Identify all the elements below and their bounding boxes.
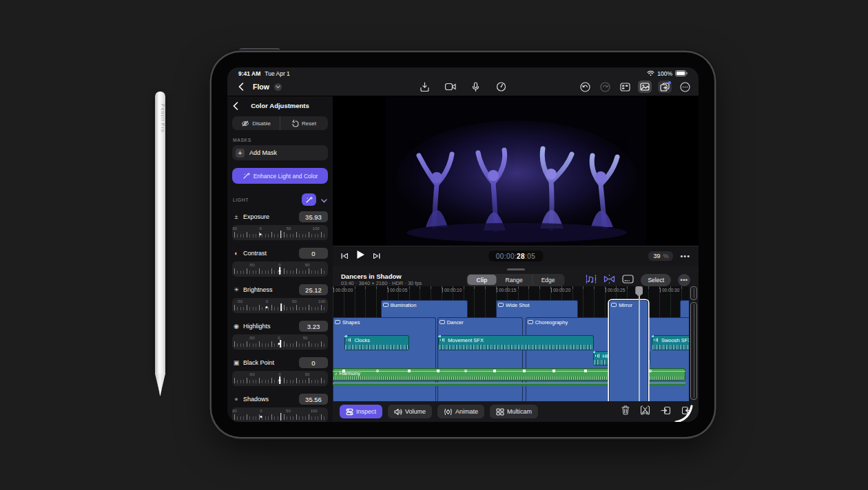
select-button[interactable]: Select <box>641 274 671 286</box>
scrollbar-segment-main[interactable] <box>690 302 697 400</box>
inspector-icon[interactable] <box>658 81 672 93</box>
blade-split-icon[interactable] <box>640 405 650 418</box>
play-button[interactable] <box>356 250 365 262</box>
contrast-scale-label: -50 <box>249 263 255 267</box>
shadows-cursor[interactable] <box>280 413 282 420</box>
camera-icon[interactable] <box>444 81 457 93</box>
shadows-ruler[interactable]: -50050100 <box>232 407 328 422</box>
slider-contrast: ◐Contrast0-50050 <box>232 248 328 277</box>
animate-tool-button[interactable]: Animate <box>437 405 484 418</box>
panel-back-icon[interactable] <box>233 100 238 113</box>
delete-icon[interactable] <box>621 405 630 418</box>
contrast-value[interactable]: 0 <box>299 248 328 259</box>
zoom-unit: % <box>663 253 668 259</box>
exposure-ruler[interactable]: -50050100 <box>232 225 328 240</box>
viewer-more-icon[interactable]: ••• <box>680 252 690 260</box>
undo-icon[interactable] <box>578 81 592 93</box>
mic-icon[interactable] <box>469 81 483 93</box>
timeline-tracks-area[interactable]: 00:00:0000:00:0500:00:1000:00:1500:00:20… <box>333 286 689 401</box>
inspect-tool-button[interactable]: Inspect <box>340 405 382 418</box>
more-icon[interactable] <box>678 81 692 93</box>
highlights-ruler[interactable]: -50050 <box>232 334 328 350</box>
brightness-cursor[interactable] <box>280 303 282 311</box>
playhead-handle[interactable] <box>635 286 643 297</box>
timecode-display[interactable]: 00:00:28:05 <box>488 251 543 262</box>
keyframe-circle[interactable] <box>464 370 467 372</box>
keyframe-square[interactable] <box>437 370 440 372</box>
timeline-toolbar: Inspect Volume Animate <box>333 401 699 422</box>
contrast-cursor[interactable] <box>279 267 280 275</box>
clip-mirror[interactable]: Mirror <box>609 300 648 401</box>
brightness-value[interactable]: 25.12 <box>299 284 328 295</box>
brightness-ruler[interactable]: -50050100 <box>232 298 328 313</box>
exposure-cursor[interactable] <box>280 231 282 238</box>
viewer-zoom-control[interactable]: 39% <box>648 251 673 261</box>
keyframe-circle[interactable] <box>376 370 379 372</box>
highlights-cursor[interactable] <box>280 340 282 348</box>
slider-shadows: ●Shadows35.56-50050100 <box>232 394 328 422</box>
black-point-value[interactable]: 0 <box>299 357 328 368</box>
black-point-icon: ▣ <box>232 359 240 366</box>
project-chevron-icon[interactable] <box>274 83 282 91</box>
light-chevron-icon[interactable] <box>321 193 327 206</box>
reset-button[interactable]: Reset <box>280 116 328 130</box>
keyframe-square[interactable] <box>584 370 587 372</box>
enhance-light-color-button[interactable]: Enhance Light and Color <box>232 168 328 184</box>
connection-dot <box>652 335 654 337</box>
light-wand-button[interactable] <box>302 193 316 206</box>
ruler-label-6: 00:00:30 <box>660 288 679 292</box>
dancers-image <box>386 96 646 246</box>
scrollbar-segment-top[interactable] <box>690 286 697 300</box>
playhead[interactable] <box>639 286 640 401</box>
clip-swoosh-sfx[interactable]: Swoosh SFX <box>652 335 689 350</box>
audio-lanes-icon[interactable] <box>586 274 597 286</box>
clip-movement-sfx[interactable]: Movement SFX <box>438 335 594 350</box>
captions-icon[interactable] <box>622 274 634 286</box>
contrast-ruler[interactable]: -50050 <box>232 262 328 277</box>
keyframe-square[interactable] <box>552 370 555 372</box>
project-name[interactable]: Flow <box>253 83 269 91</box>
keyframe-square[interactable] <box>493 370 496 372</box>
timeline-drag-handle[interactable] <box>507 268 525 270</box>
black-point-row: ▣Black Point0 <box>232 357 328 368</box>
viewer-icon[interactable] <box>638 81 652 93</box>
segment-clip[interactable]: Clip <box>468 275 497 285</box>
shadows-value[interactable]: 35.56 <box>299 394 328 405</box>
import-icon[interactable] <box>418 81 432 93</box>
insert-clip-icon[interactable] <box>661 405 671 418</box>
film-icon <box>440 320 445 324</box>
disable-button[interactable]: Disable <box>232 116 280 130</box>
skip-to-end-icon[interactable] <box>373 250 380 262</box>
segment-edge[interactable]: Edge <box>532 275 564 285</box>
keyframe-square[interactable] <box>523 370 526 372</box>
skip-to-start-icon[interactable] <box>341 250 348 262</box>
video-frame <box>386 96 646 246</box>
add-mask-button[interactable]: + Add Mask <box>232 145 328 160</box>
back-icon[interactable] <box>234 81 248 93</box>
black-point-cursor[interactable] <box>279 376 280 384</box>
timeline-vertical-scrollbar[interactable] <box>690 286 697 401</box>
multicam-tool-button[interactable]: Multicam <box>490 405 538 418</box>
redo-icon[interactable] <box>598 81 612 93</box>
browser-icon[interactable] <box>618 81 632 93</box>
transitions-icon[interactable] <box>603 274 615 286</box>
volume-tool-button[interactable]: Volume <box>388 405 432 418</box>
slider-brightness: ☀Brightness25.12-50050100 <box>232 284 328 313</box>
timeline-more-icon[interactable]: ••• <box>678 274 690 286</box>
animate-label: Animate <box>455 408 478 415</box>
jog-wheel-icon[interactable] <box>495 81 508 93</box>
segment-range[interactable]: Range <box>497 275 532 285</box>
black-point-ruler[interactable]: -50050 <box>232 371 328 386</box>
film-icon <box>498 303 504 307</box>
clip-clocks[interactable]: Clocks <box>344 335 409 350</box>
keyframe-circle[interactable] <box>649 370 652 372</box>
keyframe-square[interactable] <box>408 370 411 372</box>
highlights-value[interactable]: 3.23 <box>299 321 328 332</box>
clip-label-text: Swoosh SFX <box>661 337 689 343</box>
keyframe-square[interactable] <box>342 370 345 372</box>
highlights-scale-label: -50 <box>249 336 255 340</box>
clip-label-text: Wide Shot <box>506 302 530 308</box>
exposure-value[interactable]: 35.93 <box>299 211 328 222</box>
exposure-label: Exposure <box>243 213 269 220</box>
wifi-icon <box>647 70 654 78</box>
